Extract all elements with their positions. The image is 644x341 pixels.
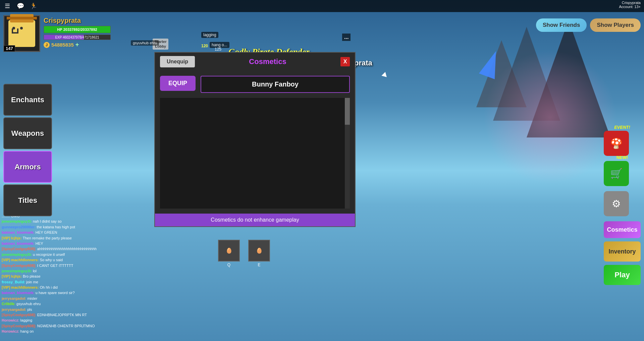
- chat-messages: ........ OMGjonesimpleguy3i: nah l didnt…: [2, 214, 106, 334]
- gold-amount: 54885835: [51, 42, 74, 48]
- avatar: 147: [3, 15, 40, 52]
- item-slot-q-label: Q: [227, 263, 230, 267]
- chat-message: batman_bluemark: HEY GREEN: [2, 230, 106, 235]
- account-info: Crispyprata Account: 13+: [619, 1, 641, 9]
- player-name-world: prata: [354, 59, 372, 67]
- chat-message: jerrysargadol: mister: [2, 296, 106, 301]
- modal-scrollbar-thumb[interactable]: [345, 98, 350, 125]
- chat-message: Horowicz: lagging: [2, 318, 106, 323]
- modal-list-area: [160, 98, 350, 209]
- gold-display: J 54885835 +: [44, 41, 111, 48]
- chat-message: jerrysargadol: pls: [2, 307, 106, 312]
- chat-bubble-ehru: gsyuvhub ehru: [131, 40, 159, 46]
- item-slot-q: 🥚 Q: [218, 240, 240, 267]
- chat-message: jonesimpleguy3i: u recognize it urself: [2, 252, 106, 257]
- hp-text: HP 20337892/20337892: [44, 26, 110, 33]
- shop-button[interactable]: 🛒: [604, 161, 629, 186]
- chat-message: [SpisyCoolguy608]: NGWENHB OI4ENTR BPRJT…: [2, 324, 106, 329]
- right-side-buttons: EVENT! 🍄 NEW! 🛒 ⚙ Cosmetics Inventory Pl…: [604, 131, 641, 285]
- top-bar: ☰ 💬 🏃 Crispyprata Account: 13+: [0, 0, 644, 12]
- chat-message: batman_bluemark: u have spare sword sir?: [2, 290, 106, 295]
- item-slot-q-box[interactable]: 🥚: [218, 240, 240, 262]
- chat-message: jonesimpleguy3i: lol: [2, 269, 106, 274]
- chat-message: batman_bluemark: HEY: [2, 241, 106, 246]
- chat-message: [SpisyCoolguy608]: EDNHBN4EJOPRPTK MN RT: [2, 312, 106, 318]
- modal-header: Unequip Cosmetics X: [155, 53, 355, 71]
- armors-button[interactable]: Armors: [3, 151, 52, 183]
- left-menu: Enchants Weapons Armors Titles: [3, 84, 52, 216]
- item-slot-e-box[interactable]: 🥚: [248, 240, 270, 262]
- world-number-2: 125: [215, 47, 221, 52]
- chat-panel: ........ OMGjonesimpleguy3i: nah l didnt…: [2, 214, 106, 334]
- chat-message: [VIP] lcjhjs: Then remake the party plea…: [2, 236, 106, 241]
- player-panel: 147 Crispyprata HP 20337892/20337892 EXP…: [3, 15, 111, 52]
- chat-message: frossy_Build: join me: [2, 280, 106, 285]
- world-number-1: 120: [201, 44, 208, 48]
- player-name: Crispyprata: [44, 17, 111, 24]
- chat-message: [VIP] machfdlonners: Oh hh i did: [2, 285, 106, 290]
- hp-bar: HP 20337892/20337892: [44, 26, 111, 33]
- weapons-button[interactable]: Weapons: [3, 117, 52, 149]
- titles-button[interactable]: Titles: [3, 184, 52, 216]
- chat-message: jonesimpleguy3i: nah l didnt say so: [2, 219, 106, 224]
- item-slot-e: 🥚 E: [248, 240, 270, 267]
- modal-content: EQUIP Bunny Fanboy: [155, 71, 355, 98]
- equip-button[interactable]: EQUIP: [160, 76, 196, 91]
- item-slot-e-label: E: [258, 263, 260, 267]
- chat-message: Horowicz: hang on: [2, 329, 106, 334]
- event-label: EVENT!: [614, 125, 630, 130]
- chat-message: [SpisyCoolguy608]: ahhhhhhhhhhhhhhhhhhhh…: [2, 246, 106, 251]
- exp-text: EXP 4602437978/471718621: [44, 35, 110, 40]
- gold-icon: J: [44, 42, 50, 48]
- shop-button-container: NEW! 🛒: [604, 161, 641, 186]
- account-name: Crispyprata: [619, 1, 641, 5]
- chat-message: [SpisyCoolguy608]: I CANT GET ITTTTTT: [2, 263, 106, 268]
- account-age: Account: 13+: [619, 5, 641, 9]
- item-slots-area: 🥚 Q 🥚 E: [218, 240, 270, 267]
- world-dot-dot: ...: [342, 34, 351, 41]
- chat-message: gunneepro20000er: the katana has high po…: [2, 225, 106, 230]
- menu-icon[interactable]: ☰: [3, 2, 11, 10]
- cosmetics-right-button[interactable]: Cosmetics: [604, 221, 641, 238]
- exp-bar: EXP 4602437978/471718621: [44, 35, 111, 40]
- chat-message: [VIP] lcjhjs: Bro please: [2, 274, 106, 279]
- show-friends-button[interactable]: Show Friends: [536, 18, 587, 32]
- modal-title: Cosmetics: [198, 57, 337, 66]
- chat-icon[interactable]: 💬: [16, 2, 24, 10]
- settings-button[interactable]: ⚙: [604, 191, 629, 216]
- play-right-button[interactable]: Play: [604, 265, 641, 285]
- inventory-right-button[interactable]: Inventory: [604, 241, 641, 262]
- enchants-button[interactable]: Enchants: [3, 84, 52, 116]
- modal-close-button[interactable]: X: [340, 57, 350, 66]
- character-icon[interactable]: 🏃: [30, 2, 38, 10]
- modal-footer: Cosmetics do not enhance gameplay: [155, 214, 355, 226]
- event-button[interactable]: 🍄: [604, 131, 629, 156]
- player-stats: Crispyprata HP 20337892/20337892 EXP 460…: [44, 15, 111, 48]
- item-name-button[interactable]: Bunny Fanboy: [201, 76, 350, 93]
- unequip-button[interactable]: Unequip: [160, 56, 195, 67]
- player-level: 147: [4, 45, 15, 52]
- top-right-buttons: Show Friends Show Players: [536, 18, 641, 32]
- new-label: NEW!: [616, 155, 628, 160]
- chat-bubble-lagging: lagging: [201, 32, 218, 38]
- settings-button-container: ⚙: [604, 191, 641, 216]
- gold-plus-button[interactable]: +: [75, 41, 79, 48]
- event-button-container: EVENT! 🍄: [604, 131, 641, 156]
- chat-message: [VIP] machfdlonners: So why u said: [2, 258, 106, 263]
- chat-message: Cr0b0k: gsyuvhub ehru: [2, 301, 106, 306]
- cosmetics-modal: Unequip Cosmetics X EQUIP Bunny Fanboy C…: [154, 52, 356, 227]
- show-players-button[interactable]: Show Players: [590, 18, 641, 32]
- modal-scrollbar[interactable]: [345, 98, 350, 209]
